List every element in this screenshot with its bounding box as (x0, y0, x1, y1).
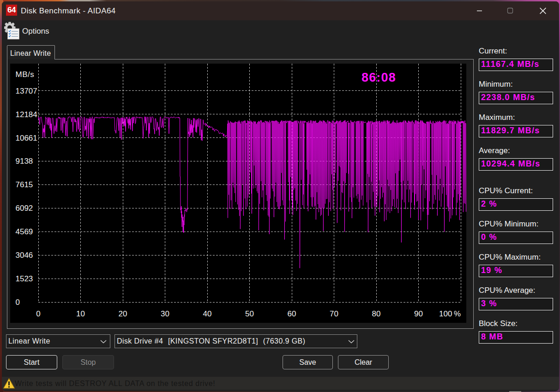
svg-text:70: 70 (330, 309, 338, 318)
svg-text:0: 0 (16, 298, 20, 307)
svg-text:20: 20 (119, 309, 127, 318)
svg-text:100 %: 100 % (439, 309, 461, 318)
svg-text:86:08: 86:08 (361, 71, 396, 84)
svg-text:10: 10 (76, 309, 85, 318)
svg-text:9138: 9138 (16, 157, 33, 166)
svg-text:80: 80 (372, 309, 381, 318)
svg-text:10661: 10661 (16, 134, 37, 143)
svg-text:60: 60 (288, 309, 296, 318)
svg-text:1523: 1523 (16, 274, 33, 283)
svg-text:MB/s: MB/s (16, 70, 35, 79)
svg-text:0: 0 (36, 309, 40, 318)
svg-text:4569: 4569 (16, 227, 33, 236)
svg-text:13707: 13707 (16, 87, 37, 95)
svg-text:50: 50 (245, 309, 254, 318)
svg-text:30: 30 (161, 309, 169, 318)
svg-text:12184: 12184 (16, 110, 37, 119)
svg-text:7615: 7615 (16, 180, 33, 189)
svg-text:90: 90 (414, 309, 423, 318)
svg-text:3046: 3046 (16, 251, 33, 260)
svg-text:40: 40 (203, 309, 212, 318)
svg-text:6092: 6092 (16, 204, 33, 213)
